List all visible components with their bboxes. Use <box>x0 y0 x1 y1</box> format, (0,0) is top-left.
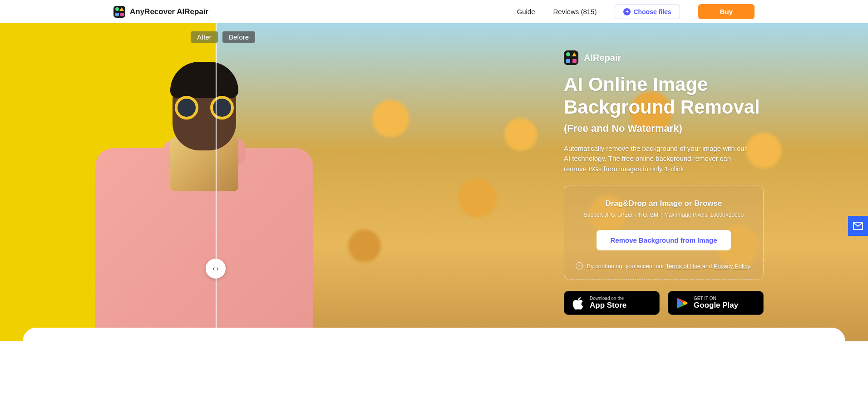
privacy-policy-link[interactable]: Privacy Policy <box>714 263 750 269</box>
chevron-left-icon: ‹ <box>212 264 215 273</box>
google-play-button[interactable]: GET IT ON Google Play <box>668 291 764 315</box>
terms-and: and <box>702 263 714 269</box>
google-play-icon <box>676 297 688 309</box>
hero-content: AIRepair AI Online Image Background Remo… <box>564 50 764 315</box>
google-play-small: GET IT ON <box>694 296 738 301</box>
after-badge: After <box>191 31 218 43</box>
brand-text: AnyRecover AIRepair <box>130 7 208 16</box>
before-badge: Before <box>222 31 255 43</box>
store-buttons: Download on the App Store GET IT ON Goog… <box>564 291 764 315</box>
email-fab[interactable] <box>848 216 868 236</box>
nav-reviews[interactable]: Reviews (815) <box>553 8 597 15</box>
compare-divider <box>216 23 217 341</box>
product-badge: AIRepair <box>564 50 764 65</box>
choose-files-label: Choose files <box>633 8 671 15</box>
app-store-big: App Store <box>590 301 626 310</box>
terms-row: ✓ By continuing, you accept our Terms of… <box>573 262 754 269</box>
header-nav: Guide Reviews (815) + Choose files Buy <box>517 4 755 19</box>
terms-prefix: By continuing, you accept our <box>587 263 666 269</box>
app-store-button[interactable]: Download on the App Store <box>564 291 660 315</box>
check-icon: ✓ <box>576 262 583 269</box>
choose-files-button[interactable]: + Choose files <box>615 5 680 19</box>
google-play-big: Google Play <box>694 301 738 310</box>
plus-icon: + <box>623 8 631 15</box>
email-icon <box>853 220 863 231</box>
app-store-small: Download on the <box>590 296 626 301</box>
after-image <box>0 23 216 341</box>
dropzone-support-text: Support JPG, JPEG, PNG, BMP, Max Image P… <box>573 212 754 218</box>
buy-button[interactable]: Buy <box>698 4 755 19</box>
dropzone-title: Drag&Drop an Image or Browse <box>573 199 754 208</box>
bottom-panel-peek <box>23 328 845 341</box>
apple-icon <box>572 297 584 309</box>
terms-of-use-link[interactable]: Terms of Use <box>666 263 700 269</box>
brand-logo[interactable]: AnyRecover AIRepair <box>113 6 208 18</box>
chevron-right-icon: › <box>217 264 219 273</box>
product-description: Automatically remove the background of y… <box>564 144 755 175</box>
upload-dropzone[interactable]: Drag&Drop an Image or Browse Support JPG… <box>564 185 764 280</box>
page-title: AI Online Image Background Removal <box>564 73 764 119</box>
remove-background-button[interactable]: Remove Background from Image <box>597 230 730 250</box>
product-icon <box>564 50 578 65</box>
brand-icon <box>113 6 125 18</box>
compare-slider-handle[interactable]: ‹ › <box>206 259 226 279</box>
header: AnyRecover AIRepair Guide Reviews (815) … <box>0 0 868 23</box>
product-name: AIRepair <box>584 53 621 63</box>
hero-section: ‹ › After Before AIRepair AI Online Imag… <box>0 23 868 341</box>
nav-guide[interactable]: Guide <box>517 8 535 15</box>
page-subtitle: (Free and No Watermark) <box>564 123 764 135</box>
